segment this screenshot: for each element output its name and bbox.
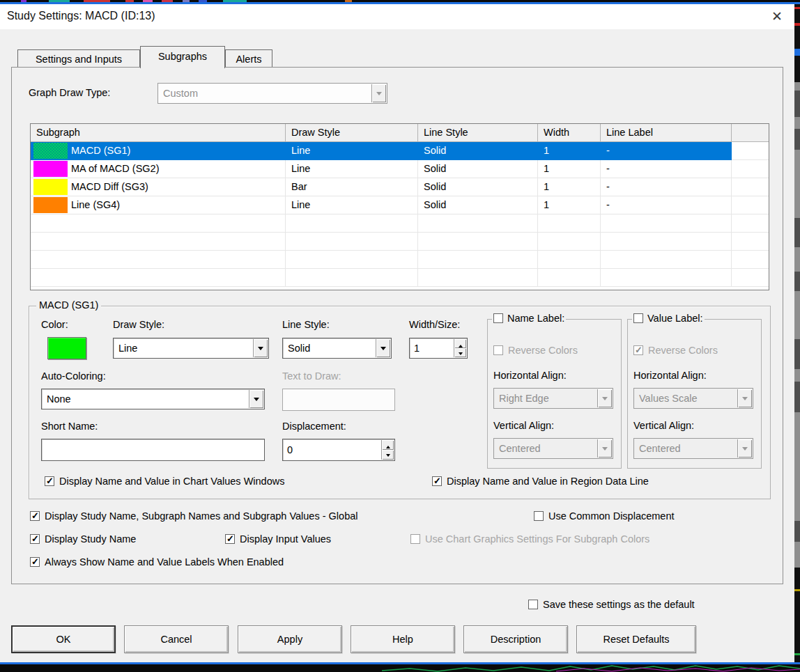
reverse-colors-checkbox	[633, 345, 643, 355]
short-name-field[interactable]	[41, 439, 265, 461]
table-empty-row	[31, 269, 769, 287]
table-empty-row	[31, 251, 769, 269]
color-swatch	[33, 197, 68, 213]
displacement-label: Displacement:	[282, 421, 346, 432]
line-style-label: Line Style:	[282, 319, 330, 330]
save-default-checkbox[interactable]	[528, 600, 538, 609]
value-label-checkbox[interactable]	[633, 313, 643, 323]
display-study-name-checkbox[interactable]	[30, 534, 40, 544]
display-region-data-checkbox[interactable]	[432, 476, 442, 486]
text-to-draw-label: Text to Draw:	[282, 370, 341, 382]
table-empty-row	[31, 214, 769, 233]
auto-coloring-select[interactable]: None	[41, 389, 265, 409]
chevron-down-icon	[597, 389, 612, 407]
column-header[interactable]: Line Label	[601, 124, 732, 142]
width-size-stepper[interactable]: 1	[409, 338, 468, 359]
table-header-row: Subgraph Draw Style Line Style Width Lin…	[31, 124, 769, 142]
auto-coloring-label: Auto-Coloring:	[41, 370, 106, 382]
chart-lines-behind	[382, 664, 800, 672]
ok-button[interactable]: OK	[11, 625, 116, 653]
tab-alerts[interactable]: Alerts	[225, 49, 272, 68]
subgraphs-tab-page: Graph Draw Type: Custom Subgraph Draw St…	[11, 67, 783, 584]
vertical-align-select: Centered	[493, 438, 613, 459]
text-to-draw-field	[282, 389, 395, 411]
value-label-title: Value Label:	[647, 313, 703, 324]
short-name-label: Short Name:	[41, 421, 98, 432]
width-size-label: Width/Size:	[409, 319, 460, 330]
title-bar: Study Settings: MACD (ID:13) ✕	[0, 4, 794, 29]
chevron-down-icon[interactable]	[249, 390, 263, 408]
tab-subgraphs[interactable]: Subgraphs	[140, 46, 225, 68]
chevron-down-icon[interactable]	[376, 339, 390, 357]
color-label: Color:	[41, 319, 68, 330]
tab-settings-and-inputs[interactable]: Settings and Inputs	[17, 49, 140, 68]
chevron-down-icon	[597, 439, 612, 458]
vertical-align-select: Centered	[633, 438, 753, 459]
apply-button[interactable]: Apply	[238, 625, 342, 653]
use-common-displacement-checkbox[interactable]	[534, 511, 544, 521]
spin-up-icon[interactable]	[454, 339, 466, 348]
column-header[interactable]: Width	[538, 124, 601, 142]
spin-down-icon[interactable]	[454, 348, 466, 357]
column-header[interactable]: Draw Style	[286, 124, 418, 142]
spinner-buttons[interactable]	[381, 440, 394, 460]
color-picker-button[interactable]	[47, 337, 86, 359]
display-input-values-checkbox[interactable]	[225, 534, 235, 544]
background-window-edge-top	[0, 0, 800, 4]
subgraph-settings-group: MACD (SG1) Color: Draw Style: Line Style…	[29, 306, 771, 499]
name-label-checkbox[interactable]	[493, 313, 503, 323]
background-window-edge-bottom	[0, 662, 800, 672]
spin-down-icon[interactable]	[382, 450, 394, 460]
chevron-down-icon	[371, 84, 386, 102]
table-row-line-sg4[interactable]: Line (SG4) Line Solid 1 -	[31, 196, 769, 214]
name-label-title: Name Label:	[507, 313, 564, 324]
horizontal-align-select: Right Edge	[493, 388, 613, 409]
column-header-blank	[732, 124, 769, 142]
vertical-align-label: Vertical Align:	[493, 420, 554, 431]
name-label-group: Name Label: Reverse Colors Horizontal Al…	[487, 319, 622, 469]
color-swatch	[33, 143, 68, 159]
chevron-down-icon	[737, 389, 752, 407]
reset-defaults-button[interactable]: Reset Defaults	[576, 625, 696, 653]
help-button[interactable]: Help	[351, 625, 455, 653]
accent-line	[0, 2, 800, 4]
horizontal-align-label: Horizontal Align:	[493, 370, 567, 381]
table-row-macd-diff-sg3[interactable]: MACD Diff (SG3) Bar Solid 1 -	[31, 178, 769, 196]
line-style-select[interactable]: Solid	[282, 338, 392, 359]
draw-style-select[interactable]: Line	[113, 338, 269, 359]
color-swatch	[33, 161, 68, 177]
column-header[interactable]: Subgraph	[31, 124, 286, 142]
displacement-stepper[interactable]: 0	[282, 439, 395, 461]
close-icon[interactable]: ✕	[767, 7, 787, 26]
group-title: MACD (SG1)	[36, 299, 101, 311]
horizontal-align-select: Values Scale	[633, 388, 753, 409]
chevron-down-icon	[737, 439, 752, 458]
table-empty-row	[31, 233, 769, 251]
chevron-down-icon[interactable]	[253, 339, 268, 357]
column-header[interactable]: Line Style	[418, 124, 538, 142]
description-button[interactable]: Description	[463, 625, 568, 653]
draw-style-label: Draw Style:	[113, 319, 164, 330]
cancel-button[interactable]: Cancel	[124, 625, 229, 653]
subgraph-table: Subgraph Draw Style Line Style Width Lin…	[30, 123, 769, 290]
horizontal-align-label: Horizontal Align:	[633, 370, 707, 381]
table-row-macd-sg1[interactable]: MACD (SG1) Line Solid 1 -	[31, 142, 769, 160]
study-settings-dialog: Study Settings: MACD (ID:13) ✕ Settings …	[0, 4, 794, 662]
dialog-title: Study Settings: MACD (ID:13)	[7, 10, 155, 22]
graph-draw-type-label: Graph Draw Type:	[29, 87, 110, 98]
display-global-checkbox[interactable]	[30, 511, 40, 521]
vertical-align-label: Vertical Align:	[633, 420, 694, 431]
value-label-group: Value Label: Reverse Colors Horizontal A…	[627, 319, 762, 469]
table-row-ma-of-macd-sg2[interactable]: MA of MACD (SG2) Line Solid 1 -	[31, 160, 769, 178]
use-chart-graphics-checkbox	[410, 534, 420, 544]
color-swatch	[33, 179, 68, 195]
always-show-labels-checkbox[interactable]	[30, 557, 40, 567]
graph-draw-type-select: Custom	[157, 83, 387, 104]
background-window-edge-right	[794, 0, 800, 672]
spin-up-icon[interactable]	[382, 440, 394, 450]
reverse-colors-checkbox	[493, 345, 503, 355]
display-chart-values-checkbox[interactable]	[45, 476, 54, 486]
spinner-buttons[interactable]	[454, 339, 466, 357]
